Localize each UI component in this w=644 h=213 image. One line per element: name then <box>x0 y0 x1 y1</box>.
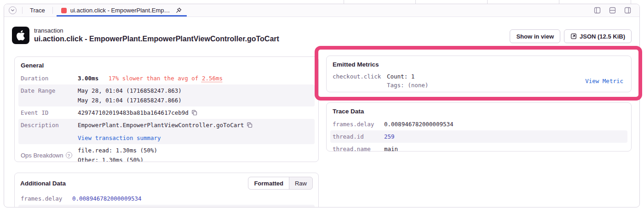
additional-data-heading: Additional Data <box>20 180 66 187</box>
column-divider-tick <box>415 0 416 4</box>
row-description: Description EmpowerPlant.EmpowerPlantVie… <box>18 119 315 144</box>
apple-platform-icon <box>12 27 29 44</box>
ops-breakdown-label: Ops Breakdown <box>21 151 63 160</box>
trace-data-section: Trace Data frames.delay 0.00894678200000… <box>326 102 632 151</box>
date-range-start: May 28, 01:04 (1716858247.863) <box>78 86 182 95</box>
trace-detail-panel: Trace ui.action.click - EmpowerPlant.Emp… <box>4 4 640 207</box>
view-transaction-summary-link[interactable]: View transaction summary <box>78 135 161 141</box>
description-link-line: View transaction summary <box>78 133 253 143</box>
row-frames-delay-key: frames.delay <box>21 194 72 203</box>
column-divider-tick <box>344 0 344 4</box>
tab-transaction-label: ui.action.click - EmpowerPlant.Emp… <box>70 7 170 14</box>
metric-details: Count: 1 Tags: (none) <box>387 72 585 90</box>
row-event-id-value: 429747102019483ba81ba164617ceb9d <box>78 108 197 118</box>
row-description-key: Description <box>21 120 78 130</box>
pushpin-icon <box>175 7 182 14</box>
layout-panel-right-button[interactable] <box>622 7 633 14</box>
row-thread-name-key: thread.name <box>333 144 384 151</box>
collapse-drawer-button[interactable] <box>7 4 18 17</box>
duration-avg-tooltip-trigger[interactable]: 2.56ms <box>202 75 223 82</box>
duration-comparison: 17% slower than the avg of 2.56ms <box>109 75 223 82</box>
additional-data-rows: frames.delay 0.008946782000009534 thread… <box>18 192 315 207</box>
row-thread-id-value: 259 <box>384 132 395 141</box>
json-button-label: JSON (12.5 KiB) <box>580 33 625 40</box>
general-section: General Duration 3.00ms 17% slower than … <box>14 56 319 162</box>
copy-description-button[interactable] <box>247 122 253 128</box>
row-date-range-value: May 28, 01:04 (1716858247.863) May 28, 0… <box>78 86 182 105</box>
divider <box>22 7 23 14</box>
column-divider-tick <box>559 0 559 4</box>
transaction-color-swatch-icon <box>61 8 67 13</box>
duration-value: 3.00ms <box>78 75 98 82</box>
additional-data-section: Additional Data Formatted Raw frames.del… <box>14 173 319 207</box>
general-heading: General <box>15 57 318 72</box>
json-download-button[interactable]: JSON (12.5 KiB) <box>564 29 632 43</box>
trace-drawer-screenshot: Trace ui.action.click - EmpowerPlant.Emp… <box>0 0 644 213</box>
event-type-label: transaction <box>34 27 279 34</box>
format-toggle: Formatted Raw <box>248 177 313 190</box>
row-thread-id: thread.id 259 <box>18 205 315 207</box>
column-divider-tick <box>487 0 488 4</box>
panel-bottom-icon <box>609 7 616 14</box>
metric-count: Count: 1 <box>387 72 585 81</box>
row-event-id-key: Event ID <box>21 108 78 118</box>
panel-right-icon <box>624 7 631 14</box>
trace-data-heading: Trace Data <box>327 103 631 118</box>
tab-trace-label: Trace <box>30 7 45 14</box>
toggle-formatted[interactable]: Formatted <box>248 177 289 189</box>
emitted-metrics-heading: Emitted Metrics <box>327 56 631 71</box>
toggle-raw[interactable]: Raw <box>289 177 312 189</box>
divider <box>52 7 53 14</box>
ops-breakdown-file-read: file.read: 1.30ms (50%) <box>78 146 157 155</box>
row-description-value: EmpowerPlant.EmpowerPlantViewController.… <box>78 120 253 143</box>
row-frames-delay: frames.delay 0.008946782000009534 <box>18 192 315 205</box>
row-thread-id-value: 259 <box>72 206 83 207</box>
row-date-range-key: Date Range <box>21 86 78 95</box>
view-metric-link[interactable]: View Metric <box>585 77 623 85</box>
layout-panel-bottom-button[interactable] <box>607 7 618 14</box>
external-link-icon <box>570 33 577 39</box>
row-thread-id-key: thread.id <box>333 132 384 141</box>
page-title: ui.action.click - EmpowerPlant.EmpowerPl… <box>34 35 279 43</box>
row-thread-id: thread.id 259 <box>330 130 627 143</box>
pin-tab-button[interactable] <box>175 7 182 14</box>
row-thread-name-value: main <box>384 144 398 151</box>
ops-breakdown-other: Other: 1.30ms (50%) <box>78 155 157 162</box>
tab-trace[interactable]: Trace <box>26 4 49 17</box>
row-duration-value: 3.00ms 17% slower than the avg of 2.56ms <box>78 73 223 83</box>
additional-data-header: Additional Data Formatted Raw <box>15 173 318 192</box>
description-value-line: EmpowerPlant.EmpowerPlantViewController.… <box>78 120 253 130</box>
tab-bar: Trace ui.action.click - EmpowerPlant.Emp… <box>4 4 639 17</box>
row-frames-delay-value: 0.008946782000009534 <box>384 119 454 129</box>
panel-left-icon <box>594 7 601 14</box>
transaction-header: transaction ui.action.click - EmpowerPla… <box>12 27 279 44</box>
show-in-view-label: Show in view <box>516 33 554 40</box>
metric-name: checkout.click <box>333 72 387 81</box>
layout-panel-left-button[interactable] <box>592 7 603 14</box>
column-divider-tick <box>631 0 631 4</box>
show-in-view-button[interactable]: Show in view <box>510 29 560 43</box>
row-ops-breakdown: Ops Breakdown ? file.read: 1.30ms (50%) … <box>18 144 315 162</box>
row-date-range: Date Range May 28, 01:04 (1716858247.863… <box>18 84 315 106</box>
row-frames-delay-value: 0.008946782000009534 <box>72 194 142 203</box>
metric-tags: Tags: (none) <box>387 81 585 90</box>
date-range-end: May 28, 01:04 (1716858247.866) <box>78 95 182 105</box>
ops-breakdown-help-icon[interactable]: ? <box>66 152 72 158</box>
copy-icon <box>247 122 253 128</box>
row-frames-delay-key: frames.delay <box>333 119 384 129</box>
emitted-metric-row: checkout.click Count: 1 Tags: (none) Vie… <box>327 71 631 92</box>
drawer-layout-controls <box>592 4 637 17</box>
header-actions: Show in view JSON (12.5 KiB) <box>510 29 632 43</box>
row-event-id: Event ID 429747102019483ba81ba164617ceb9… <box>18 106 315 119</box>
row-thread-id-key: thread.id <box>21 206 72 207</box>
chevron-down-circle-icon <box>9 6 17 14</box>
event-id-value: 429747102019483ba81ba164617ceb9d <box>78 109 189 116</box>
emitted-metrics-section: Emitted Metrics checkout.click Count: 1 … <box>326 56 632 92</box>
row-thread-name: thread.name main <box>330 143 627 151</box>
header-text: transaction ui.action.click - EmpowerPla… <box>34 27 279 44</box>
general-rows: Duration 3.00ms 17% slower than the avg … <box>18 72 315 162</box>
copy-event-id-button[interactable] <box>191 110 197 116</box>
copy-icon <box>191 110 197 116</box>
trace-data-rows: frames.delay 0.008946782000009534 thread… <box>330 118 627 151</box>
tab-transaction-active[interactable]: ui.action.click - EmpowerPlant.Emp… <box>57 4 187 17</box>
